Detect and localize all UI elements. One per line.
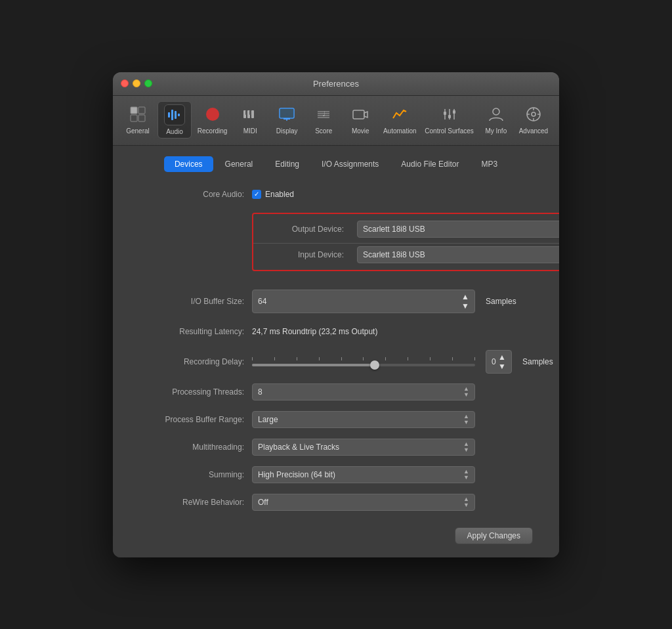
multithreading-row: Multithreading: Playback & Live Tracks ▲… [139, 438, 533, 456]
recording-icon [202, 104, 223, 125]
core-audio-enabled-text: Enabled [265, 190, 294, 199]
multithreading-arrows: ▲▼ [463, 441, 469, 453]
rewire-select[interactable]: Off ▲▼ [252, 494, 475, 511]
toolbar-item-control-surfaces[interactable]: Control Surfaces [422, 101, 476, 139]
svg-rect-4 [168, 112, 170, 118]
tab-mp3[interactable]: MP3 [471, 156, 508, 172]
toolbar-item-recording[interactable]: Recording [194, 101, 230, 139]
svg-rect-17 [280, 108, 294, 118]
advanced-label: Advanced [519, 127, 548, 135]
tick-5 [341, 357, 342, 360]
svg-rect-12 [245, 110, 247, 115]
toolbar-item-midi[interactable]: MIDI [233, 101, 267, 139]
input-device-select[interactable]: Scarlett 18i8 USB ▲▼ [357, 246, 559, 263]
svg-point-8 [206, 108, 219, 121]
toolbar-item-audio[interactable]: Audio [158, 101, 192, 139]
tick-8 [408, 357, 408, 360]
automation-label: Automation [383, 127, 417, 135]
toolbar-item-score[interactable]: ♩ Score [306, 101, 341, 139]
multithreading-value: Playback & Live Tracks [258, 443, 339, 452]
summing-label: Summing: [139, 470, 244, 479]
recording-delay-label: Recording Delay: [139, 357, 244, 366]
svg-rect-29 [453, 110, 455, 114]
multithreading-select[interactable]: Playback & Live Tracks ▲▼ [252, 439, 475, 456]
summing-select[interactable]: High Precision (64 bit) ▲▼ [252, 466, 475, 483]
toolbar-item-movie[interactable]: Movie [343, 101, 377, 139]
general-icon [127, 104, 148, 125]
traffic-lights [121, 79, 152, 87]
score-label: Score [315, 127, 332, 135]
tab-general[interactable]: General [215, 156, 264, 172]
output-device-select[interactable]: Scarlett 18i8 USB ▲▼ [357, 221, 559, 238]
io-buffer-select[interactable]: 64 ▲▼ [252, 290, 475, 313]
svg-rect-0 [131, 107, 137, 114]
svg-rect-5 [171, 110, 173, 120]
audio-label: Audio [166, 128, 183, 135]
latency-label: Resulting Latency: [139, 327, 244, 336]
io-buffer-arrows: ▲▼ [461, 292, 469, 311]
toolbar-item-automation[interactable]: Automation [380, 101, 419, 139]
rewire-value: Off [258, 498, 268, 507]
tick-6 [363, 357, 364, 360]
tab-editing[interactable]: Editing [264, 156, 310, 172]
recording-delay-arrows: ▲▼ [498, 353, 506, 371]
svg-rect-3 [138, 115, 145, 121]
slider-thumb[interactable] [370, 360, 379, 370]
svg-text:♩: ♩ [322, 110, 326, 118]
tick-7 [385, 357, 386, 360]
control-surfaces-label: Control Surfaces [425, 127, 473, 135]
audio-icon [164, 104, 185, 125]
minimize-button[interactable] [133, 79, 140, 87]
general-label: General [126, 127, 150, 135]
svg-rect-27 [444, 112, 446, 115]
recording-delay-slider[interactable] [252, 364, 475, 366]
svg-rect-15 [284, 118, 290, 119]
recording-delay-stepper-box[interactable]: 0 ▲▼ [486, 350, 512, 374]
my-info-icon [486, 104, 507, 125]
input-device-row: Input Device: Scarlett 18i8 USB ▲▼ [253, 243, 559, 266]
output-device-label: Output Device: [259, 225, 344, 234]
midi-label: MIDI [243, 127, 257, 135]
process-buffer-select[interactable]: Large ▲▼ [252, 411, 475, 428]
maximize-button[interactable] [144, 79, 152, 87]
processing-threads-label: Processing Threads: [139, 387, 244, 397]
process-buffer-label: Process Buffer Range: [139, 415, 244, 424]
device-group: Output Device: Scarlett 18i8 USB ▲▼ Inpu… [252, 213, 559, 271]
core-audio-row: Core Audio: ✓ Enabled [139, 185, 533, 204]
toolbar-item-my-info[interactable]: My Info [479, 101, 513, 139]
tab-io-assignments[interactable]: I/O Assignments [311, 156, 389, 172]
summing-arrows: ▲▼ [463, 469, 469, 481]
tick-2 [274, 357, 275, 360]
input-device-value: Scarlett 18i8 USB [363, 250, 425, 259]
svg-rect-11 [251, 110, 254, 118]
svg-rect-28 [448, 115, 451, 118]
toolbar-item-general[interactable]: General [121, 101, 155, 139]
processing-threads-select[interactable]: 8 ▲▼ [252, 383, 475, 401]
titlebar: Preferences [113, 72, 559, 96]
tick-1 [252, 357, 253, 360]
io-buffer-unit: Samples [486, 297, 516, 306]
my-info-label: My Info [485, 127, 507, 135]
rewire-label: ReWire Behavior: [139, 498, 244, 507]
tick-9 [430, 357, 430, 360]
tick-10 [452, 357, 453, 360]
apply-changes-button[interactable]: Apply Changes [455, 527, 533, 544]
svg-rect-2 [131, 115, 137, 121]
movie-icon [350, 104, 371, 125]
rewire-row: ReWire Behavior: Off ▲▼ [139, 493, 533, 511]
recording-delay-unit: Samples [522, 357, 553, 366]
recording-delay-controls: 0 ▲▼ Samples [252, 350, 553, 374]
toolbar-item-display[interactable]: Display [270, 101, 304, 139]
tab-devices[interactable]: Devices [164, 156, 213, 172]
midi-icon [240, 104, 261, 125]
tick-4 [319, 357, 320, 360]
tab-audio-file-editor[interactable]: Audio File Editor [390, 156, 469, 172]
svg-point-32 [532, 112, 536, 116]
io-buffer-label: I/O Buffer Size: [139, 297, 244, 306]
process-buffer-value: Large [258, 415, 278, 424]
close-button[interactable] [121, 79, 129, 87]
settings-area: Core Audio: ✓ Enabled Output Device: Sca… [126, 185, 546, 544]
core-audio-checkbox[interactable]: ✓ [252, 190, 261, 199]
processing-threads-arrows: ▲▼ [463, 386, 469, 398]
toolbar-item-advanced[interactable]: Advanced [516, 101, 551, 139]
